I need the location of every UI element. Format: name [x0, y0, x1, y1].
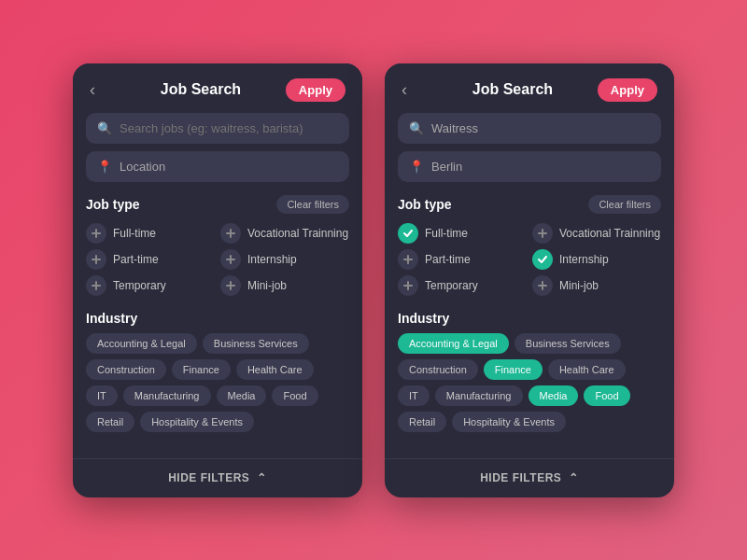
industry-tag-construction[interactable]: Construction [86, 359, 166, 380]
location-field-wrap: 📍 Berlin [398, 151, 661, 182]
industry-tag-retail[interactable]: Retail [398, 412, 446, 432]
location-icon: 📍 [97, 160, 112, 174]
job-type-title: Job type [398, 197, 452, 212]
industry-tag-construction[interactable]: Construction [398, 359, 478, 380]
clear-filters-button[interactable]: Clear filters [276, 195, 349, 214]
industry-tag-hospitality---events[interactable]: Hospitality & Events [140, 412, 254, 432]
job-type-label-4: Temporary [425, 279, 478, 292]
job-type-item-0[interactable]: Full-time [398, 223, 527, 244]
industry-tag-food[interactable]: Food [584, 385, 629, 406]
job-type-item-3[interactable]: Internship [532, 249, 661, 270]
job-type-label-4: Temporary [113, 279, 166, 292]
job-type-item-4[interactable]: Temporary [86, 275, 215, 296]
industry-title: Industry [86, 311, 349, 326]
industry-tag-media[interactable]: Media [217, 385, 267, 406]
job-type-item-1[interactable]: Vocational Trainning [220, 223, 349, 244]
industry-tag-manufacturing[interactable]: Manufacturing [435, 385, 523, 406]
hide-filters-button[interactable]: HIDE FILTERS ⌃ [73, 458, 362, 497]
apply-button[interactable]: Apply [286, 78, 345, 102]
industry-tag-media[interactable]: Media [529, 385, 579, 406]
industry-tag-manufacturing[interactable]: Manufacturing [123, 385, 211, 406]
clear-filters-button[interactable]: Clear filters [588, 195, 661, 214]
location-icon: 📍 [409, 160, 424, 174]
industry-tag-finance[interactable]: Finance [484, 359, 543, 380]
industry-tag-business-services[interactable]: Business Services [514, 333, 621, 354]
industry-tag-finance[interactable]: Finance [172, 359, 231, 380]
search-input[interactable] [431, 121, 650, 135]
job-type-title: Job type [86, 197, 140, 212]
job-type-icon-4 [398, 275, 418, 296]
job-type-item-4[interactable]: Temporary [398, 275, 527, 296]
card-right: ‹ Job Search Apply 🔍 📍 Berlin Job type C… [385, 63, 674, 497]
search-field-wrap: 🔍 [86, 113, 349, 144]
job-type-icon-0 [398, 223, 418, 244]
job-type-label-2: Part-time [113, 253, 159, 266]
industry-tag-accounting---legal[interactable]: Accounting & Legal [86, 333, 197, 354]
job-type-icon-3 [532, 249, 553, 270]
industry-tag-accounting---legal[interactable]: Accounting & Legal [398, 333, 509, 354]
industry-title: Industry [398, 311, 661, 326]
job-type-label-0: Full-time [113, 227, 156, 240]
job-type-label-1: Vocational Trainning [247, 227, 348, 240]
job-type-label-5: Mini-job [247, 279, 287, 292]
search-field-wrap: 🔍 [398, 113, 661, 144]
industry-tag-health-care[interactable]: Health Care [236, 359, 314, 380]
chevron-up-icon: ⌃ [257, 471, 267, 484]
chevron-up-icon: ⌃ [569, 471, 579, 484]
job-type-item-5[interactable]: Mini-job [532, 275, 661, 296]
job-type-icon-2 [86, 249, 106, 270]
card-left: ‹ Job Search Apply 🔍 📍 Location Job type… [73, 63, 362, 497]
industry-tag-it[interactable]: IT [398, 385, 430, 406]
search-icon: 🔍 [97, 121, 112, 135]
back-button[interactable]: ‹ [90, 80, 116, 100]
job-type-item-0[interactable]: Full-time [86, 223, 215, 244]
job-type-icon-1 [220, 223, 241, 244]
job-type-label-1: Vocational Trainning [559, 227, 660, 240]
job-type-label-3: Internship [559, 253, 609, 266]
apply-button[interactable]: Apply [598, 78, 657, 102]
industry-tag-health-care[interactable]: Health Care [548, 359, 626, 380]
job-type-icon-1 [532, 223, 553, 244]
job-type-item-1[interactable]: Vocational Trainning [532, 223, 661, 244]
industry-tag-hospitality---events[interactable]: Hospitality & Events [452, 412, 566, 432]
job-type-item-2[interactable]: Part-time [86, 249, 215, 270]
card-title: Job Search [472, 81, 553, 98]
hide-filters-label: HIDE FILTERS [480, 471, 561, 484]
back-button[interactable]: ‹ [402, 80, 428, 100]
industry-tag-it[interactable]: IT [86, 385, 118, 406]
job-type-label-0: Full-time [425, 227, 468, 240]
card-title: Job Search [161, 81, 241, 98]
job-type-item-3[interactable]: Internship [220, 249, 349, 270]
location-placeholder: Location [120, 160, 165, 174]
job-type-icon-0 [86, 223, 106, 244]
hide-filters-button[interactable]: HIDE FILTERS ⌃ [385, 458, 674, 497]
job-type-label-2: Part-time [425, 253, 471, 266]
search-input[interactable] [120, 121, 338, 135]
job-type-icon-5 [220, 275, 241, 296]
job-type-icon-5 [532, 275, 553, 296]
industry-tag-food[interactable]: Food [272, 385, 317, 406]
industry-tag-business-services[interactable]: Business Services [203, 333, 309, 354]
job-type-item-5[interactable]: Mini-job [220, 275, 349, 296]
job-type-label-3: Internship [247, 253, 297, 266]
job-type-item-2[interactable]: Part-time [398, 249, 527, 270]
location-field-wrap: 📍 Location [86, 151, 349, 182]
industry-tag-retail[interactable]: Retail [86, 412, 134, 432]
location-value: Berlin [431, 160, 462, 174]
hide-filters-label: HIDE FILTERS [168, 471, 249, 484]
job-type-icon-2 [398, 249, 418, 270]
job-type-label-5: Mini-job [559, 279, 599, 292]
job-type-icon-4 [86, 275, 106, 296]
job-type-icon-3 [220, 249, 241, 270]
search-icon: 🔍 [409, 121, 424, 135]
